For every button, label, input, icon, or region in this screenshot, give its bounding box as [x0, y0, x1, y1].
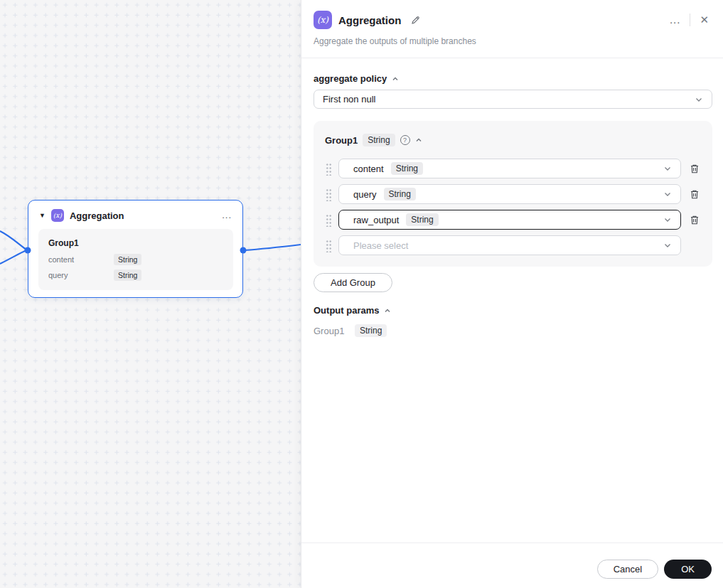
panel-divider: [301, 58, 723, 58]
aggregate-policy-label: aggregate policy: [314, 73, 387, 84]
panel-subtitle: Aggregate the outputs of multiple branch…: [314, 36, 712, 46]
node-title: Aggregation: [70, 210, 124, 221]
param-name: content: [353, 164, 384, 174]
select-placeholder: Please select: [353, 240, 408, 251]
panel-title: Aggregation: [338, 14, 401, 26]
param-name: query: [48, 271, 114, 279]
output-params-header[interactable]: Output params: [314, 305, 712, 316]
aggregate-policy-header[interactable]: aggregate policy: [314, 73, 712, 84]
param-type-badge: String: [114, 269, 141, 281]
param-select-empty[interactable]: Please select: [338, 235, 681, 255]
group-param-row: content String: [325, 159, 701, 178]
node-param-panel: Group1 content String query String: [38, 229, 233, 290]
close-icon[interactable]: ✕: [697, 12, 712, 28]
chevron-down-icon: [663, 241, 672, 250]
param-name: raw_output: [353, 215, 399, 225]
cancel-button[interactable]: Cancel: [597, 560, 658, 579]
chevron-down-icon: [663, 215, 672, 224]
workflow-canvas[interactable]: ▼ (x) Aggregation ... Group1 content Str…: [0, 0, 301, 588]
output-param-item: Group1 String: [314, 324, 712, 337]
group-box: Group1 String ? content String: [314, 121, 712, 267]
param-name: content: [48, 255, 114, 264]
node-header: ▼ (x) Aggregation ...: [28, 201, 242, 229]
output-params-label: Output params: [314, 305, 379, 316]
more-menu-icon[interactable]: ...: [667, 16, 684, 23]
output-param-type-badge: String: [355, 324, 387, 337]
header-divider: [690, 14, 690, 26]
panel-body: aggregate policy First non null Group1 S…: [301, 73, 723, 337]
param-type-badge: String: [406, 213, 438, 226]
group-param-row: query String: [325, 184, 701, 204]
param-type-badge: String: [114, 254, 141, 265]
group-param-row: Please select: [325, 235, 701, 255]
help-question-icon[interactable]: ?: [400, 135, 410, 145]
collapse-triangle-icon[interactable]: ▼: [39, 213, 45, 219]
node-more-icon[interactable]: ...: [222, 213, 232, 218]
param-type-badge: String: [384, 188, 416, 201]
aggregation-config-panel: (x) Aggregation ... ✕ Aggregate the outp…: [301, 0, 723, 588]
drag-handle-icon[interactable]: [325, 239, 331, 252]
node-param-row: content String: [48, 254, 223, 265]
chevron-up-icon[interactable]: [384, 307, 391, 314]
delete-trash-icon[interactable]: [688, 164, 701, 174]
chevron-up-icon[interactable]: [415, 137, 422, 144]
group-name: Group1: [325, 135, 358, 146]
drag-handle-icon[interactable]: [325, 162, 331, 176]
param-select-query[interactable]: query String: [338, 184, 681, 204]
chevron-down-icon: [695, 95, 703, 104]
panel-header: (x) Aggregation ... ✕: [301, 0, 723, 29]
aggregation-node[interactable]: ▼ (x) Aggregation ... Group1 content Str…: [28, 200, 243, 298]
chevron-down-icon: [663, 190, 672, 198]
chevron-up-icon[interactable]: [392, 75, 399, 82]
group-type-badge: String: [363, 134, 395, 146]
node-param-row: query String: [48, 269, 223, 281]
param-select-content[interactable]: content String: [338, 159, 681, 178]
param-select-raw-output[interactable]: raw_output String: [338, 210, 681, 230]
aggregate-policy-value: First non null: [323, 94, 375, 105]
aggregation-fx-icon: (x): [51, 209, 64, 222]
node-group-name: Group1: [48, 238, 223, 248]
delete-trash-icon[interactable]: [688, 215, 701, 225]
param-name: query: [353, 189, 377, 200]
drag-handle-icon[interactable]: [325, 213, 331, 227]
param-type-badge: String: [391, 162, 423, 175]
panel-footer: Cancel OK: [301, 542, 723, 588]
output-param-name: Group1: [314, 326, 355, 336]
group-header: Group1 String ?: [325, 134, 701, 146]
aggregate-policy-select[interactable]: First non null: [314, 90, 712, 109]
aggregation-fx-icon: (x): [314, 11, 332, 29]
ok-button[interactable]: OK: [664, 560, 712, 579]
chevron-down-icon: [663, 164, 672, 173]
edit-pencil-icon[interactable]: [407, 14, 424, 27]
add-group-button[interactable]: Add Group: [314, 273, 392, 292]
group-param-row: raw_output String: [325, 210, 701, 230]
drag-handle-icon[interactable]: [325, 188, 331, 201]
delete-trash-icon[interactable]: [688, 189, 701, 200]
